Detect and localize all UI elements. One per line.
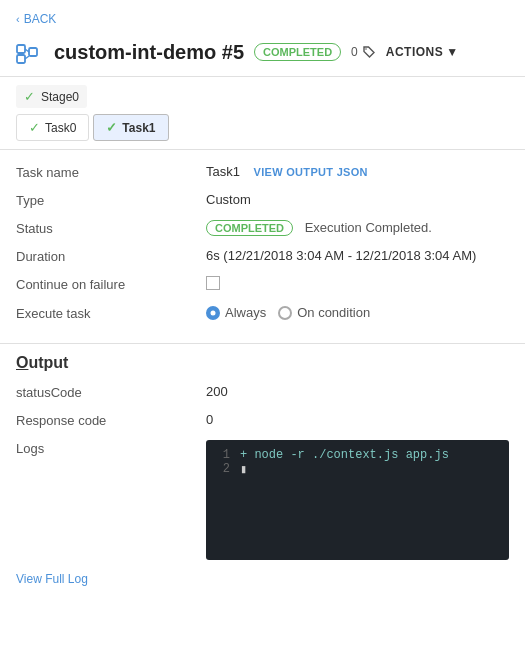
code-line-2: 2 ▮ [216,462,499,477]
execute-always-option[interactable]: Always [206,305,266,320]
actions-chevron-icon: ▼ [446,45,458,59]
continue-on-failure-checkbox[interactable] [206,276,220,290]
stages-section: ✓ Stage0 ✓ Task0 ✓ Task1 [0,77,525,150]
page-title: custom-int-demo #5 [54,41,244,64]
tasks-row: ✓ Task0 ✓ Task1 [16,114,509,149]
stage-label: Stage0 [41,90,79,104]
stage-check-icon: ✓ [24,89,35,104]
back-label: BACK [24,12,57,26]
duration-label: Duration [16,248,206,264]
output-section: Output statusCode 200 Response code 0 Lo… [0,344,525,598]
type-value: Custom [206,192,509,207]
task1-check-icon: ✓ [106,120,117,135]
view-output-json-link[interactable]: VIEW OUTPUT JSON [254,166,368,178]
continue-on-failure-row: Continue on failure [16,276,509,293]
task1-label: Task1 [122,121,155,135]
status-execution-text: Execution Completed. [305,220,432,235]
type-row: Type Custom [16,192,509,208]
code-content-2: ▮ [240,462,247,477]
code-line-1: 1 + node -r ./context.js app.js [216,448,499,462]
type-label: Type [16,192,206,208]
status-badge: COMPLETED [254,43,341,61]
task-button-0[interactable]: ✓ Task0 [16,114,89,141]
execute-always-label: Always [225,305,266,320]
execute-task-radio-group: Always On condition [206,305,509,320]
output-title: Output [16,354,509,372]
stage-item[interactable]: ✓ Stage0 [16,85,87,108]
response-code-value: 0 [206,412,509,427]
status-code-value: 200 [206,384,509,399]
task-name-label: Task name [16,164,206,180]
task-name-row: Task name Task1 VIEW OUTPUT JSON [16,164,509,180]
response-code-label: Response code [16,412,206,428]
execute-on-condition-option[interactable]: On condition [278,305,370,320]
radio-on-condition-icon [278,306,292,320]
duration-value: 6s (12/21/2018 3:04 AM - 12/21/2018 3:04… [206,248,509,263]
pipeline-icon [16,38,44,66]
view-full-log-link[interactable]: View Full Log [16,572,509,586]
continue-on-failure-value [206,276,509,293]
logs-label: Logs [16,440,206,456]
status-code-row: statusCode 200 [16,384,509,400]
execute-on-condition-label: On condition [297,305,370,320]
line-num-1: 1 [216,448,230,462]
code-content-1: + node -r ./context.js app.js [240,448,449,462]
task0-label: Task0 [45,121,76,135]
status-row: Status COMPLETED Execution Completed. [16,220,509,236]
svg-rect-1 [17,55,25,63]
svg-rect-2 [29,48,37,56]
status-value: COMPLETED Execution Completed. [206,220,509,236]
task-button-1[interactable]: ✓ Task1 [93,114,168,141]
radio-always-icon [206,306,220,320]
tag-icon [362,45,376,59]
logs-row: Logs 1 + node -r ./context.js app.js 2 ▮ [16,440,509,560]
page-header: custom-int-demo #5 COMPLETED 0 ACTIONS ▼ [0,34,525,77]
output-u: O [16,354,28,371]
response-code-row: Response code 0 [16,412,509,428]
svg-rect-0 [17,45,25,53]
svg-point-5 [365,48,367,50]
task0-check-icon: ✓ [29,120,40,135]
execute-task-label: Execute task [16,305,206,321]
line-num-2: 2 [216,462,230,477]
status-label: Status [16,220,206,236]
continue-on-failure-label: Continue on failure [16,276,206,292]
execute-task-row: Execute task Always On condition [16,305,509,321]
status-code-label: statusCode [16,384,206,400]
actions-button[interactable]: ACTIONS ▼ [386,45,459,59]
details-section: Task name Task1 VIEW OUTPUT JSON Type Cu… [0,150,525,344]
back-button[interactable]: ‹ BACK [0,0,525,34]
logs-value: 1 + node -r ./context.js app.js 2 ▮ [206,440,509,560]
logs-code-block: 1 + node -r ./context.js app.js 2 ▮ [206,440,509,560]
back-chevron-icon: ‹ [16,13,20,25]
task-name-value: Task1 VIEW OUTPUT JSON [206,164,509,179]
tag-count: 0 [351,45,376,59]
execute-task-value: Always On condition [206,305,509,320]
duration-row: Duration 6s (12/21/2018 3:04 AM - 12/21/… [16,248,509,264]
status-completed-badge: COMPLETED [206,220,293,236]
